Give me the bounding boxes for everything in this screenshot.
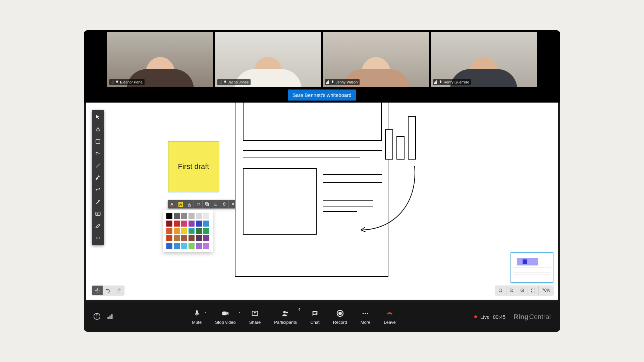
svg-rect-8 — [328, 80, 329, 84]
color-swatch[interactable] — [189, 235, 195, 241]
participants-button[interactable]: 4 Participants — [274, 309, 297, 325]
zoom-percent: 70% — [538, 286, 553, 295]
stop-video-button[interactable]: ▴ Stop video — [215, 309, 235, 325]
color-swatch[interactable] — [189, 228, 195, 234]
color-swatch[interactable] — [166, 243, 172, 249]
color-swatch[interactable] — [181, 213, 187, 219]
magic-tool-icon[interactable] — [92, 196, 104, 208]
sticky-note-tool-icon[interactable] — [92, 135, 104, 147]
text-tool-icon[interactable]: TT — [92, 147, 104, 160]
pen-tool-icon[interactable] — [92, 172, 104, 184]
color-swatch[interactable] — [174, 243, 180, 249]
color-swatch[interactable] — [174, 228, 180, 234]
color-swatch[interactable] — [196, 228, 202, 234]
color-swatch[interactable] — [174, 235, 180, 241]
chat-button[interactable]: Chat — [310, 309, 319, 325]
share-button[interactable]: Share — [249, 309, 261, 325]
color-swatch[interactable] — [189, 221, 195, 227]
bar-chart-sketch[interactable] — [385, 113, 425, 160]
color-swatch[interactable] — [174, 221, 180, 227]
svg-point-19 — [97, 213, 98, 214]
whiteboard-canvas[interactable]: TT First draft A A A Tт — [86, 103, 558, 300]
color-swatch[interactable] — [203, 243, 209, 249]
more-button[interactable]: More — [361, 309, 371, 325]
chevron-up-icon: ▴ — [205, 310, 206, 314]
leave-button[interactable]: Leave — [384, 309, 395, 325]
undo-icon[interactable] — [103, 286, 113, 295]
color-swatch[interactable] — [181, 243, 187, 249]
highlight-icon[interactable]: A — [176, 200, 185, 208]
align-icon[interactable] — [211, 200, 220, 208]
color-swatch[interactable] — [166, 213, 172, 219]
record-dot-icon — [474, 315, 477, 318]
zoom-reset-icon[interactable] — [495, 286, 506, 295]
color-swatch[interactable] — [181, 221, 187, 227]
participant-tile[interactable]: Jacob Jones — [215, 32, 321, 87]
recenter-icon[interactable] — [92, 286, 103, 295]
color-swatch[interactable] — [203, 235, 209, 241]
whiteboard-title-bar: Sara Bennett's whiteboard — [84, 87, 560, 103]
svg-line-32 — [501, 291, 502, 292]
signal-icon[interactable] — [107, 313, 113, 321]
color-swatch[interactable] — [189, 213, 195, 219]
select-tool-icon[interactable] — [92, 111, 104, 123]
zoom-out-icon[interactable] — [506, 286, 517, 295]
shape-tool-icon[interactable] — [92, 123, 104, 135]
connector-tool-icon[interactable] — [92, 184, 104, 196]
svg-rect-4 — [220, 81, 220, 84]
svg-point-55 — [365, 313, 366, 314]
color-swatch[interactable] — [166, 235, 172, 241]
text-color-icon[interactable]: A — [168, 200, 176, 208]
hangup-icon — [385, 309, 394, 318]
live-indicator: Live 00:45 — [474, 314, 505, 320]
image-tool-icon[interactable] — [92, 208, 104, 220]
fit-screen-icon[interactable] — [528, 286, 538, 295]
text-style-icon[interactable]: A — [185, 200, 194, 208]
color-swatch[interactable] — [166, 221, 172, 227]
eraser-tool-icon[interactable] — [92, 220, 104, 232]
svg-rect-2 — [113, 80, 113, 84]
svg-point-17 — [99, 188, 100, 190]
sticky-note[interactable]: First draft — [168, 141, 219, 192]
svg-point-22 — [99, 238, 100, 239]
color-swatch[interactable] — [196, 221, 202, 227]
minimap[interactable] — [511, 252, 553, 283]
svg-rect-46 — [222, 311, 227, 315]
copy-icon[interactable] — [203, 200, 211, 208]
color-swatch[interactable] — [196, 213, 202, 219]
zoom-in-icon[interactable] — [517, 286, 528, 295]
participant-tile[interactable]: Henry Guerrero — [431, 32, 537, 87]
info-icon[interactable] — [93, 313, 101, 321]
svg-point-53 — [339, 312, 341, 315]
color-swatch[interactable] — [203, 213, 209, 219]
color-swatch[interactable] — [181, 235, 187, 241]
mute-button[interactable]: ▴ Mute — [192, 309, 202, 325]
color-swatch[interactable] — [196, 235, 202, 241]
redo-icon[interactable] — [113, 286, 124, 295]
color-swatch[interactable] — [166, 228, 172, 234]
svg-line-39 — [523, 291, 524, 292]
whiteboard-toolbar: TT — [92, 110, 104, 245]
color-swatch[interactable] — [189, 243, 195, 249]
whiteboard-area: TT First draft A A A Tт — [84, 103, 560, 302]
zoom-bar: 70% — [495, 286, 553, 295]
line-tool-icon[interactable] — [92, 160, 104, 172]
text-size-icon[interactable]: Tт — [194, 200, 203, 208]
color-swatch[interactable] — [181, 228, 187, 234]
record-button[interactable]: Record — [333, 309, 347, 325]
participant-tile[interactable]: Eleanor Pena — [107, 32, 213, 87]
svg-point-49 — [286, 311, 288, 313]
color-swatch[interactable] — [203, 228, 209, 234]
svg-point-21 — [98, 238, 99, 239]
svg-rect-44 — [109, 315, 110, 319]
svg-rect-7 — [327, 81, 328, 84]
delete-icon[interactable] — [220, 200, 229, 208]
color-swatch[interactable] — [174, 213, 180, 219]
participant-tile[interactable]: Jenny Wilson — [323, 32, 429, 87]
svg-rect-10 — [435, 81, 436, 84]
color-swatch[interactable] — [203, 221, 209, 227]
svg-rect-45 — [111, 314, 112, 319]
more-tool-icon[interactable] — [92, 232, 104, 244]
color-swatch[interactable] — [196, 243, 202, 249]
arrow-sketch[interactable] — [354, 163, 435, 243]
